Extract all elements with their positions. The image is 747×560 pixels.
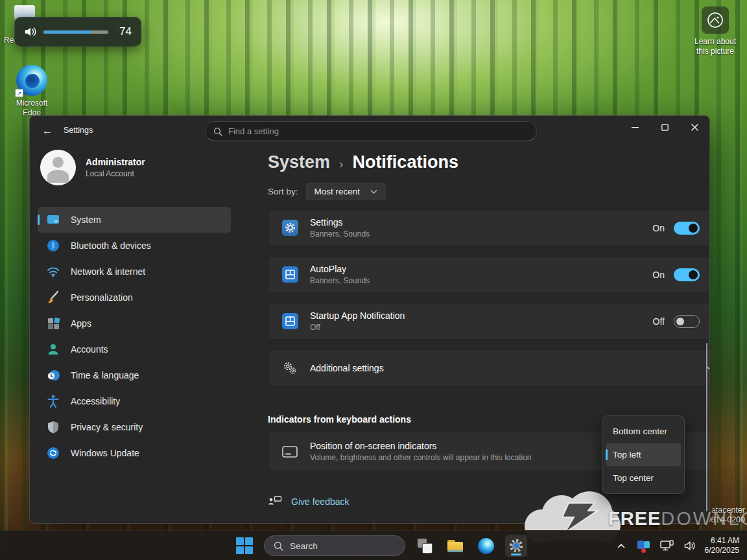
notification-row-autoplay[interactable]: AutoPlay Banners, Sounds On › — [268, 256, 710, 293]
file-explorer-button[interactable] — [444, 535, 466, 557]
notification-row-startup[interactable]: Startup App Notification Off Off › — [268, 303, 710, 340]
sidebar-item-privacy[interactable]: Privacy & security — [38, 414, 231, 440]
sidebar-item-accessibility[interactable]: Accessibility — [38, 388, 231, 414]
desktop-icon-edge[interactable]: Microsoft Edge — [6, 65, 57, 118]
volume-flyout: 74 — [14, 17, 141, 47]
notification-row-settings[interactable]: Settings Banners, Sounds On › — [268, 209, 710, 246]
picture-icon — [702, 6, 729, 34]
tray-chevron-button[interactable] — [613, 535, 630, 557]
task-view-button[interactable] — [414, 535, 436, 557]
toggle-state-label: On — [652, 270, 665, 280]
sidebar-item-label: Windows Update — [71, 448, 139, 458]
startup-notifications-toggle[interactable] — [674, 315, 700, 328]
account-card[interactable]: Administrator Local Account — [40, 150, 145, 185]
desktop-icon-learn-about-picture[interactable]: Learn about this picture — [687, 6, 743, 56]
sidebar-item-network[interactable]: Network & internet — [38, 259, 231, 285]
sort-dropdown[interactable]: Most recent — [306, 183, 386, 200]
additional-settings-row[interactable]: Additional settings — [268, 349, 710, 386]
breadcrumb: System › Notifications — [268, 152, 458, 172]
account-name: Administrator — [86, 157, 145, 167]
sidebar-item-label: Apps — [71, 318, 91, 329]
menu-item-bottom-center[interactable]: Bottom center — [606, 420, 681, 443]
give-feedback-label: Give feedback — [291, 496, 350, 507]
settings-app-icon — [282, 220, 298, 236]
clock-date: 6/20/2025 — [705, 546, 739, 555]
search-icon — [213, 127, 222, 136]
taskbar-clock[interactable]: 6:41 AM 6/20/2025 — [705, 536, 743, 555]
menu-item-top-center[interactable]: Top center — [606, 467, 681, 489]
taskbar: Search 6:41 AM 6/20/2025 — [0, 530, 747, 560]
apps-icon — [46, 316, 60, 331]
row-title: Startup App Notification — [310, 310, 653, 321]
person-icon — [46, 342, 60, 356]
shortcut-arrow-icon — [15, 89, 23, 97]
volume-slider-fill — [43, 30, 91, 34]
learn-about-label: Learn about this picture — [687, 37, 743, 56]
edge-icon — [16, 65, 47, 96]
sort-label: Sort by: — [268, 187, 298, 196]
gear-icon — [508, 538, 524, 554]
speaker-icon — [24, 26, 37, 38]
sidebar-item-accounts[interactable]: Accounts — [38, 336, 231, 362]
edition-watermark-line1: atacenter — [706, 506, 745, 515]
row-subtitle: Banners, Sounds — [310, 276, 652, 285]
sidebar-item-windows-update[interactable]: Windows Update — [38, 440, 231, 466]
gears-icon — [281, 360, 298, 377]
back-button[interactable]: ← — [36, 121, 58, 141]
task-view-icon — [418, 539, 432, 553]
tray-app-button[interactable] — [635, 535, 653, 557]
bluetooth-icon: ᛒ — [46, 239, 60, 253]
start-button[interactable] — [233, 535, 255, 557]
page-title: Notifications — [352, 152, 458, 172]
position-dropdown-menu: Bottom center Top left Top center — [602, 415, 685, 494]
breadcrumb-root[interactable]: System — [268, 152, 330, 172]
autoplay-notifications-toggle[interactable] — [674, 268, 700, 281]
row-title: Settings — [310, 217, 652, 228]
windows-logo-icon — [236, 537, 253, 554]
sidebar-item-apps[interactable]: Apps — [38, 310, 231, 336]
volume-slider[interactable] — [43, 30, 108, 34]
network-tray-button[interactable] — [658, 535, 676, 557]
desktop: Rec Microsoft Edge Learn about this pict… — [0, 0, 747, 560]
row-subtitle: Banners, Sounds — [310, 229, 652, 239]
give-feedback-link[interactable]: Give feedback — [268, 496, 350, 508]
tray-app-icon — [637, 539, 651, 553]
sidebar-item-label: Personalization — [71, 292, 133, 303]
edition-watermark: atacenter 0614-0200 — [706, 506, 745, 525]
sidebar-item-system[interactable]: System — [38, 207, 231, 233]
scrollbar[interactable] — [706, 343, 707, 511]
avatar — [40, 150, 76, 185]
taskbar-search[interactable]: Search — [264, 535, 405, 556]
edge-icon — [478, 538, 494, 554]
edge-taskbar-button[interactable] — [475, 535, 497, 557]
section-heading: Indicators from keyboard actions — [268, 414, 411, 425]
sidebar-item-time-language[interactable]: Time & language — [38, 362, 231, 388]
clock-time: 6:41 AM — [705, 536, 739, 546]
menu-item-top-left[interactable]: Top left — [606, 443, 681, 466]
sidebar-item-personalization[interactable]: Personalization — [38, 285, 231, 310]
edition-watermark-line2: 0614-0200 — [706, 515, 745, 525]
toggle-state-label: On — [652, 223, 665, 233]
sidebar-item-label: Accessibility — [71, 396, 120, 406]
row-title: Additional settings — [310, 363, 706, 373]
settings-taskbar-button[interactable] — [505, 535, 527, 557]
sort-value: Most recent — [314, 187, 361, 196]
toggle-state-label: Off — [653, 316, 665, 327]
wifi-icon — [46, 264, 60, 279]
feedback-icon — [268, 496, 282, 508]
sidebar-item-label: Privacy & security — [71, 422, 143, 432]
volume-value: 74 — [115, 25, 132, 38]
sidebar-item-label: Time & language — [71, 370, 139, 380]
chevron-down-icon — [370, 189, 377, 194]
system-icon — [46, 213, 60, 227]
row-subtitle: Off — [310, 323, 653, 332]
sidebar-item-label: Network & internet — [71, 266, 145, 277]
paintbrush-icon — [46, 290, 60, 305]
settings-notifications-toggle[interactable] — [674, 222, 700, 235]
volume-tray-button[interactable] — [682, 535, 700, 557]
shield-icon — [46, 420, 60, 434]
sidebar-item-bluetooth[interactable]: ᛒ Bluetooth & devices — [38, 233, 231, 259]
breadcrumb-separator-icon: › — [339, 157, 343, 171]
chevron-up-icon — [617, 543, 625, 548]
account-type: Local Account — [86, 169, 145, 178]
